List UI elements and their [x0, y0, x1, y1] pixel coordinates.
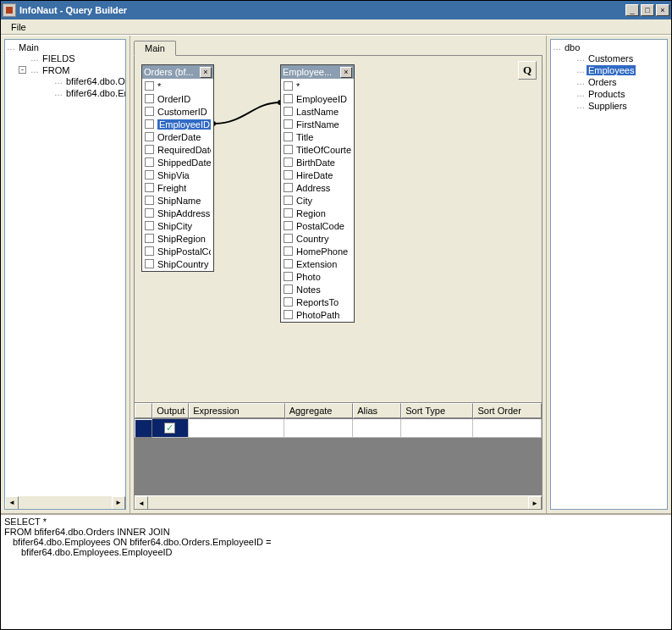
field-row[interactable]: RequiredDate: [143, 143, 212, 156]
field-row[interactable]: FirstName: [282, 118, 353, 130]
grid-header-sortorder[interactable]: Sort Order: [473, 403, 542, 418]
right-tree[interactable]: - dbo Customers Employees Orders Product…: [550, 39, 668, 510]
checkbox-icon[interactable]: [284, 158, 293, 167]
field-row[interactable]: *: [143, 80, 212, 92]
scroll-left-icon[interactable]: ◄: [135, 496, 148, 510]
scroll-left-icon[interactable]: ◄: [5, 496, 19, 510]
grid-header-expression[interactable]: Expression: [189, 403, 284, 418]
maximize-button[interactable]: □: [641, 4, 654, 16]
checkbox-icon[interactable]: [284, 246, 293, 256]
tree-node-from-orders[interactable]: bfifer64.dbo.Orders: [64, 76, 126, 86]
field-row[interactable]: ShipName: [143, 194, 212, 207]
checkbox-icon[interactable]: [284, 196, 293, 205]
grid-row-header[interactable]: [135, 419, 152, 438]
field-row[interactable]: ShipVia: [143, 169, 212, 181]
checkbox-icon[interactable]: [145, 145, 154, 154]
field-row[interactable]: LastName: [282, 105, 353, 118]
designer-canvas[interactable]: Q Orders (bf... × * OrderID CustomerID: [135, 56, 542, 402]
field-row[interactable]: HireDate: [282, 169, 353, 181]
field-row[interactable]: City: [282, 194, 353, 207]
tree-node-employees[interactable]: Employees: [587, 65, 636, 75]
grid-header-sorttype[interactable]: Sort Type: [401, 403, 473, 418]
field-row[interactable]: CustomerID: [143, 105, 212, 118]
grid-header-alias[interactable]: Alias: [353, 403, 401, 418]
close-button[interactable]: ×: [656, 4, 669, 16]
field-row[interactable]: OrderID: [143, 92, 212, 105]
grid-cell-alias[interactable]: [353, 419, 401, 438]
checkbox-icon[interactable]: [145, 183, 154, 192]
field-row[interactable]: ShipCity: [143, 219, 212, 232]
menu-file[interactable]: File: [6, 21, 31, 33]
field-row[interactable]: HomePhone: [282, 245, 353, 257]
field-row[interactable]: EmployeeID: [282, 92, 353, 105]
grid-cell-output[interactable]: ✓: [152, 419, 189, 438]
field-row[interactable]: ReportsTo: [282, 296, 353, 308]
field-row[interactable]: PostalCode: [282, 219, 353, 232]
table-orders-titlebar[interactable]: Orders (bf... ×: [142, 65, 213, 79]
checkbox-icon[interactable]: [284, 94, 293, 103]
field-row[interactable]: PhotoPath: [282, 308, 353, 321]
checkbox-icon[interactable]: [284, 145, 293, 154]
minimize-button[interactable]: _: [625, 4, 639, 16]
grid-header-output[interactable]: Output: [152, 403, 189, 418]
checkbox-icon[interactable]: [145, 158, 154, 167]
checkbox-icon[interactable]: [284, 259, 293, 268]
close-icon[interactable]: ×: [340, 67, 352, 78]
checkbox-icon[interactable]: [284, 81, 293, 91]
table-employees[interactable]: Employee... × * EmployeeID LastName Firs…: [280, 64, 355, 323]
tree-scrollbar[interactable]: ◄ ►: [5, 495, 125, 509]
checkbox-icon[interactable]: [284, 221, 293, 230]
checkbox-icon[interactable]: [284, 208, 293, 218]
grid-cell-expression[interactable]: [189, 419, 285, 438]
field-row[interactable]: ShipRegion: [143, 232, 212, 245]
tree-node-fields[interactable]: FIELDS: [41, 53, 77, 64]
checkbox-icon[interactable]: [284, 297, 293, 307]
checkbox-icon[interactable]: [145, 259, 154, 268]
tree-node-suppliers[interactable]: Suppliers: [587, 101, 629, 111]
field-row-employeeid[interactable]: EmployeeID: [143, 118, 212, 130]
tree-node-from[interactable]: FROM: [41, 65, 71, 75]
grid-cell-sorttype[interactable]: [401, 419, 473, 438]
checkbox-checked-icon[interactable]: ✓: [164, 423, 175, 434]
expander-icon[interactable]: -: [19, 66, 26, 74]
checkbox-icon[interactable]: [284, 310, 293, 319]
checkbox-icon[interactable]: [284, 132, 293, 141]
field-row[interactable]: Notes: [282, 283, 353, 296]
sql-panel[interactable]: SELECT *FROM bfifer64.dbo.Orders INNER J…: [1, 513, 671, 629]
checkbox-icon[interactable]: [145, 170, 154, 180]
field-row[interactable]: Address: [282, 181, 353, 194]
field-row[interactable]: BirthDate: [282, 156, 353, 169]
checkbox-icon[interactable]: [284, 170, 293, 180]
checkbox-icon[interactable]: [284, 272, 293, 281]
field-row[interactable]: TitleOfCourtesy: [282, 143, 353, 156]
tree-node-orders[interactable]: Orders: [587, 77, 619, 87]
checkbox-icon[interactable]: [284, 285, 293, 294]
tab-main[interactable]: Main: [134, 41, 176, 56]
close-icon[interactable]: ×: [200, 67, 212, 78]
checkbox-icon[interactable]: [145, 246, 154, 256]
tree-node-customers[interactable]: Customers: [587, 53, 635, 64]
tree-node-from-employees[interactable]: bfifer64.dbo.Employees: [64, 88, 126, 98]
tree-node-products[interactable]: Products: [587, 89, 626, 99]
titlebar[interactable]: InfoNaut - Query Builder _ □ ×: [1, 1, 671, 19]
checkbox-icon[interactable]: [284, 107, 293, 116]
tree-node-dbo[interactable]: dbo: [563, 42, 581, 52]
left-tree[interactable]: - Main FIELDS - FROM bfifer64.dbo.Orders…: [4, 39, 126, 510]
checkbox-icon[interactable]: [145, 196, 154, 205]
field-row[interactable]: ShipAddress: [143, 207, 212, 219]
grid-row[interactable]: ✓: [135, 419, 542, 438]
field-row[interactable]: Photo: [282, 270, 353, 283]
designer-scrollbar[interactable]: ◄ ►: [135, 495, 542, 509]
field-row[interactable]: ShipCountry: [143, 257, 212, 270]
checkbox-icon[interactable]: [145, 221, 154, 230]
field-row[interactable]: Region: [282, 207, 353, 219]
checkbox-icon[interactable]: [145, 81, 154, 91]
checkbox-icon[interactable]: [284, 234, 293, 243]
field-row[interactable]: OrderDate: [143, 130, 212, 143]
field-row[interactable]: *: [282, 80, 353, 92]
scroll-right-icon[interactable]: ►: [528, 496, 542, 510]
checkbox-icon[interactable]: [145, 208, 154, 218]
field-row[interactable]: Title: [282, 130, 353, 143]
checkbox-icon[interactable]: [145, 132, 154, 141]
field-row[interactable]: Extension: [282, 257, 353, 270]
